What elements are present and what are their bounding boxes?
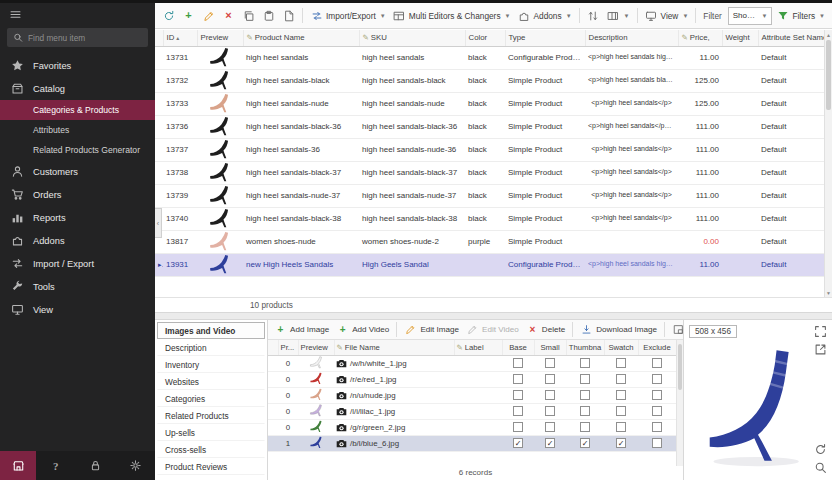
tab-product-reviews[interactable]: Product Reviews — [157, 458, 265, 475]
thumbnail-checkbox[interactable] — [580, 422, 590, 432]
exclude-checkbox[interactable] — [652, 358, 662, 368]
sidebar-item-favorites[interactable]: Favorites — [0, 54, 155, 77]
preview-image[interactable] — [684, 320, 832, 480]
refresh-button[interactable] — [159, 7, 178, 24]
zoom-icon[interactable] — [814, 461, 827, 474]
edit-product-button[interactable] — [199, 7, 218, 24]
rotate-icon[interactable] — [814, 443, 827, 456]
swatch-checkbox[interactable] — [616, 422, 626, 432]
scrollbar-thumb[interactable] — [678, 344, 682, 390]
sidebar-item-addons[interactable]: Addons — [0, 229, 155, 252]
image-column-header-exclude[interactable]: Exclude — [638, 340, 676, 355]
collapse-sidebar-handle[interactable]: ‹ — [155, 208, 162, 238]
tab-websites[interactable]: Websites — [157, 373, 265, 390]
sidebar-item-orders[interactable]: Orders — [0, 183, 155, 206]
settings-gear-icon[interactable] — [115, 459, 155, 472]
sidebar-item-customers[interactable]: Customers — [0, 160, 155, 183]
image-column-header-label[interactable]: ✎Label — [454, 340, 502, 355]
thumbnail-checkbox[interactable] — [580, 358, 590, 368]
exclude-checkbox[interactable] — [652, 390, 662, 400]
small-checkbox[interactable]: ✓ — [545, 438, 555, 448]
sidebar-search[interactable] — [7, 28, 148, 47]
sort-button[interactable] — [584, 7, 603, 24]
sidebar-item-import-export[interactable]: Import / Export — [0, 252, 155, 275]
image-column-header-pr[interactable]: Pr... — [278, 340, 298, 355]
tab-cross-sells[interactable]: Cross-sells — [157, 441, 265, 458]
product-row[interactable]: 13739high heel sandals-nude-37high heel … — [155, 184, 824, 207]
small-checkbox[interactable] — [545, 422, 555, 432]
column-header-product-name[interactable]: ✎Product Name — [243, 30, 359, 46]
product-row[interactable]: 13731high heel sandalshigh heel sandalsb… — [155, 46, 824, 69]
product-row[interactable]: 13733high heel sandals-nudehigh heel san… — [155, 92, 824, 115]
column-header-price[interactable]: ✎Price, — [678, 30, 722, 46]
vertical-scrollbar[interactable]: ▲ ▼ — [824, 30, 832, 297]
sidebar-item-catalog[interactable]: Catalog — [0, 77, 155, 100]
sidebar-item-tools[interactable]: Tools — [0, 275, 155, 298]
filter-dropdown[interactable]: Show products from selected categories▼ — [728, 7, 773, 25]
add-image-button[interactable]: +Add Image — [271, 321, 332, 338]
addons-menu[interactable]: Addons▼ — [514, 7, 574, 24]
delete-product-button[interactable]: × — [219, 7, 238, 24]
delete-image-button[interactable]: ×Delete — [523, 321, 568, 338]
paste-button[interactable] — [259, 7, 278, 24]
exclude-checkbox[interactable] — [652, 406, 662, 416]
image-row[interactable]: 0/n/u/nude.jpg — [268, 387, 676, 403]
hamburger-menu-icon[interactable] — [9, 8, 22, 21]
open-external-icon[interactable] — [814, 343, 827, 356]
column-header-attribute-set-name[interactable]: Attribute Set Name — [758, 30, 824, 46]
images-scrollbar[interactable] — [676, 340, 683, 466]
set-resize-rule-button[interactable]: Set Resize Rule▼ — [669, 321, 683, 338]
scroll-down-arrow[interactable]: ▼ — [825, 288, 832, 297]
base-checkbox[interactable]: ✓ — [513, 438, 523, 448]
base-checkbox[interactable] — [513, 406, 523, 416]
image-row[interactable]: 0/g/r/green_2.jpg — [268, 419, 676, 435]
product-row[interactable]: 13732high heel sandals-blackhigh heel sa… — [155, 69, 824, 92]
swatch-checkbox[interactable] — [616, 374, 626, 384]
product-row[interactable]: 13737high heel sandals-36high heel sanda… — [155, 138, 824, 161]
columns-button[interactable]: ▼ — [604, 7, 633, 24]
sidebar-item-related-products-generator[interactable]: Related Products Generator — [0, 140, 155, 160]
exclude-checkbox[interactable] — [652, 374, 662, 384]
product-row[interactable]: ▸13931new High Heels SandalsHigh Geels S… — [155, 253, 824, 276]
product-row[interactable]: 13817women shoes-nudewomen shoes-nude-2p… — [155, 230, 824, 253]
base-checkbox[interactable] — [513, 374, 523, 384]
duplicate-button[interactable] — [279, 7, 298, 24]
tab-up-sells[interactable]: Up-sells — [157, 424, 265, 441]
image-row[interactable]: 0/l/i/lilac_1.jpg — [268, 403, 676, 419]
store-button[interactable] — [0, 451, 36, 480]
column-header-type[interactable]: Type — [505, 30, 585, 46]
help-icon[interactable]: ? — [36, 460, 76, 472]
tab-description[interactable]: Description — [157, 339, 265, 356]
sidebar-item-attributes[interactable]: Attributes — [0, 120, 155, 140]
exclude-checkbox[interactable] — [652, 422, 662, 432]
sidebar-item-view[interactable]: View — [0, 298, 155, 321]
edit-image-button[interactable]: Edit Image — [401, 321, 462, 338]
column-header-preview[interactable]: Preview — [197, 30, 243, 46]
product-row[interactable]: 13740high heel sandals-black-38high heel… — [155, 207, 824, 230]
image-row[interactable]: 1/b/l/blue_6.jpg✓✓✓✓ — [268, 435, 676, 451]
image-row[interactable]: 0/w/h/white_1.jpg — [268, 355, 676, 371]
column-header-color[interactable]: Color — [465, 30, 505, 46]
scroll-up-arrow[interactable]: ▲ — [825, 30, 832, 39]
image-row[interactable]: 0/r/e/red_1.jpg — [268, 371, 676, 387]
sidebar-search-input[interactable] — [28, 33, 142, 43]
thumbnail-checkbox[interactable] — [580, 374, 590, 384]
image-column-header-thumbna[interactable]: Thumbna — [566, 340, 604, 355]
view-menu[interactable]: View▼ — [642, 7, 692, 24]
small-checkbox[interactable] — [545, 390, 555, 400]
base-checkbox[interactable] — [513, 358, 523, 368]
small-checkbox[interactable] — [545, 374, 555, 384]
edit-video-button[interactable]: Edit Video — [463, 321, 522, 338]
lock-icon[interactable] — [76, 459, 116, 472]
thumbnail-checkbox[interactable]: ✓ — [580, 438, 590, 448]
horizontal-splitter[interactable] — [155, 312, 832, 320]
tab-inventory[interactable]: Inventory — [157, 356, 265, 373]
tab-categories[interactable]: Categories — [157, 390, 265, 407]
base-checkbox[interactable] — [513, 422, 523, 432]
tab-images-and-video[interactable]: Images and Video — [157, 322, 265, 339]
multi-editors-menu[interactable]: Multi Editors & Changers▼ — [390, 7, 514, 24]
add-product-button[interactable]: + — [179, 7, 198, 24]
product-row[interactable]: 13738high heel sandals-black-37high heel… — [155, 161, 824, 184]
image-column-header-swatch[interactable]: Swatch — [604, 340, 638, 355]
base-checkbox[interactable] — [513, 390, 523, 400]
